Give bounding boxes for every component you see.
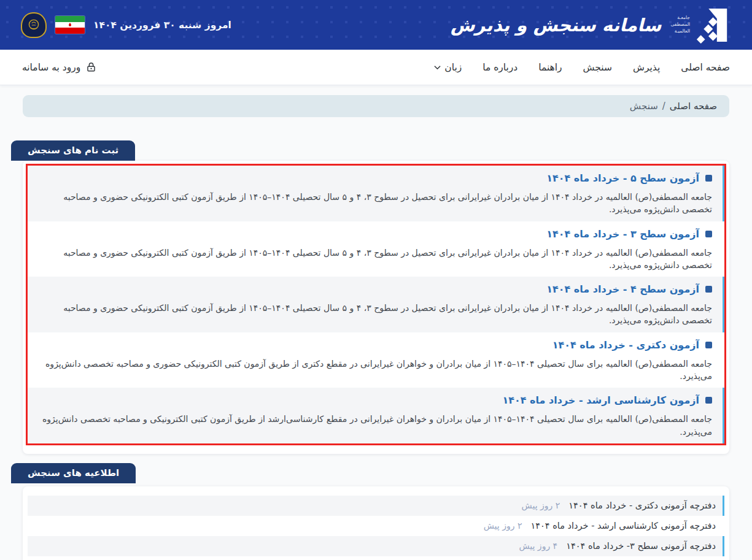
nav-menu: صفحه اصلیپذیرشسنجشراهنمادرباره مازبان (434, 62, 730, 73)
nav-item-درباره ما[interactable]: درباره ما (483, 62, 517, 73)
announcements-card: دفترچه آزمونی دکتری - خرداد ماه ۱۴۰۴۲ رو… (23, 486, 729, 560)
exam-item: آزمون سطح ۳ - خرداد ماه ۱۴۰۴جامعه المصطف… (28, 221, 724, 277)
announcement-time: ۲ روز پیش (522, 501, 560, 510)
chevron-down-icon (434, 65, 441, 70)
brand[interactable]: جامعـة المصطفی العالمیـة سامانه سنجش و پ… (451, 7, 731, 44)
bullet-square-icon (705, 231, 712, 237)
announcements-section-head: اطلاعیه های سنجش (23, 463, 729, 483)
announcement-title-link[interactable]: دفترچه آزمونی کارشناسی ارشد - خرداد ماه … (530, 521, 716, 531)
exam-title-link[interactable]: آزمون سطح ۴ - خرداد ماه ۱۴۰۴ (546, 283, 699, 295)
exam-description: جامعه المصطفی(ص) العالمیه برای سال تحصیل… (40, 413, 712, 438)
registrations-tab: ثبت نام های سنجش (11, 140, 135, 161)
exam-description: جامعه المصطفی(ص) العالمیه در خرداد ۱۴۰۴ … (40, 191, 712, 216)
header-left: امروز شنبه ۳۰ فروردین ۱۴۰۴ (21, 12, 231, 38)
logo-caption-line: العالمیـة (671, 28, 690, 35)
breadcrumb-home[interactable]: صفحه اصلی (670, 101, 717, 112)
announcement-row: دفترچه آزمونی سطح ۳- خرداد ماه ۱۴۰۴۴ روز… (28, 536, 724, 556)
breadcrumb: صفحه اصلی / سنجش (23, 95, 729, 117)
exam-title-row: آزمون سطح ۳ - خرداد ماه ۱۴۰۴ (40, 228, 712, 240)
today-date: امروز شنبه ۳۰ فروردین ۱۴۰۴ (93, 20, 231, 31)
main-navbar: صفحه اصلیپذیرشسنجشراهنمادرباره مازبان ور… (0, 50, 752, 85)
announcements-tab: اطلاعیه های سنجش (11, 463, 136, 483)
lock-icon (85, 61, 97, 73)
iran-flag-icon (55, 16, 85, 34)
login-button-label: ورود به سامانه (22, 62, 80, 73)
exam-title-row: آزمون دکتری - خرداد ماه ۱۴۰۴ (40, 339, 712, 351)
exam-title-link[interactable]: آزمون سطح ۳ - خرداد ماه ۱۴۰۴ (546, 228, 699, 240)
site-emblem-icon (21, 12, 47, 38)
exam-item: آزمون سطح ۴ - خرداد ماه ۱۴۰۴جامعه المصطف… (28, 277, 724, 332)
announcement-time: ۴ روز پیش (519, 541, 557, 551)
bullet-square-icon (705, 175, 712, 182)
top-header: جامعـة المصطفی العالمیـة سامانه سنجش و پ… (0, 0, 752, 50)
exam-title-link[interactable]: آزمون سطح ۵ - خرداد ماه ۱۴۰۴ (546, 172, 699, 184)
registrations-section-head: ثبت نام های سنجش (23, 140, 729, 161)
exam-title-link[interactable]: آزمون دکتری - خرداد ماه ۱۴۰۴ (552, 339, 699, 351)
logo-caption-line: جامعـة (671, 15, 690, 21)
announcement-time: ۲ روز پیش (484, 521, 522, 531)
nav-item-صفحه اصلی[interactable]: صفحه اصلی (681, 62, 730, 73)
announcement-row: دفترچه آزمونی دکتری - خرداد ماه ۱۴۰۴۲ رو… (28, 496, 724, 516)
logo-caption: جامعـة المصطفی العالمیـة (671, 15, 690, 35)
exam-title-row: آزمون کارشناسی ارشد - خرداد ماه ۱۴۰۴ (40, 394, 712, 406)
announcement-title-link[interactable]: دفترچه آزمونی دکتری - خرداد ماه ۱۴۰۴ (568, 501, 716, 510)
exam-item: آزمون کارشناسی ارشد - خرداد ماه ۱۴۰۴جامع… (28, 388, 724, 443)
bullet-square-icon (705, 397, 712, 404)
nav-item-سنجش[interactable]: سنجش (583, 62, 612, 73)
iran-emblem-icon (67, 23, 73, 28)
logo-caption-line: المصطفی (671, 21, 690, 28)
breadcrumb-current: سنجش (630, 101, 658, 112)
registrations-card: آزمون سطح ۵ - خرداد ماه ۱۴۰۴جامعه المصطف… (23, 161, 729, 454)
exam-description: جامعه المصطفی(ص) العالمیه برای سال تحصیل… (40, 358, 712, 383)
exam-title-row: آزمون سطح ۴ - خرداد ماه ۱۴۰۴ (40, 283, 712, 295)
exam-description: جامعه المصطفی(ص) العالمیه در خرداد ۱۴۰۴ … (40, 247, 712, 272)
exam-item: آزمون دکتری - خرداد ماه ۱۴۰۴جامعه المصطف… (28, 332, 724, 388)
announcement-row: دفترچه آزمونی کارشناسی ارشد - خرداد ماه … (28, 516, 724, 536)
breadcrumb-separator: / (662, 101, 665, 112)
login-button[interactable]: ورود به سامانه (22, 61, 97, 73)
exam-item: آزمون سطح ۵ - خرداد ماه ۱۴۰۴جامعه المصطف… (28, 166, 724, 221)
nav-item-زبان[interactable]: زبان (434, 62, 462, 73)
nav-item-پذیرش[interactable]: پذیرش (633, 62, 660, 73)
exam-title-row: آزمون سطح ۵ - خرداد ماه ۱۴۰۴ (40, 172, 712, 184)
bullet-square-icon (705, 342, 712, 348)
announcement-title-link[interactable]: دفترچه آزمونی سطح ۳- خرداد ماه ۱۴۰۴ (566, 541, 716, 551)
exam-description: جامعه المصطفی(ص) العالمیه در خرداد ۱۴۰۴ … (40, 302, 712, 327)
nav-item-راهنما[interactable]: راهنما (538, 62, 562, 73)
exam-title-link[interactable]: آزمون کارشناسی ارشد - خرداد ماه ۱۴۰۴ (502, 394, 699, 406)
announcement-row: دفترچه آزمونی سطح ۴- خرداد ماه ۱۴۰۴۴ روز… (28, 556, 724, 560)
university-logo-icon (696, 7, 731, 44)
bullet-square-icon (705, 286, 712, 293)
annotation-highlight-box: آزمون سطح ۵ - خرداد ماه ۱۴۰۴جامعه المصطف… (26, 164, 726, 445)
site-title: سامانه سنجش و پذیرش (451, 15, 662, 36)
